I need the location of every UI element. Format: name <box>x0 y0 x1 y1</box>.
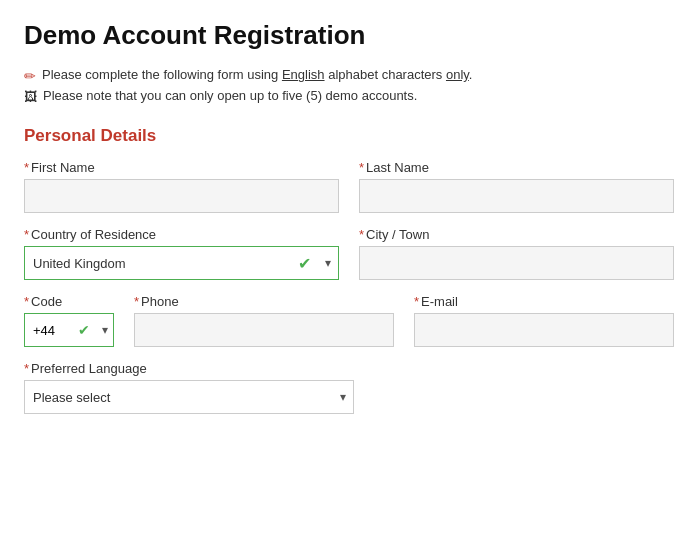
image-icon: 🖼 <box>24 89 37 104</box>
notice-only-word: only <box>446 67 469 82</box>
notices-block: ✏ Please complete the following form usi… <box>24 67 674 104</box>
first-name-input[interactable] <box>24 179 339 213</box>
group-phone: *Phone <box>134 294 394 347</box>
section-personal-details: Personal Details <box>24 126 674 146</box>
label-city: *City / Town <box>359 227 674 242</box>
label-first-name: *First Name <box>24 160 339 175</box>
row-language: *Preferred Language Please select Englis… <box>24 361 674 414</box>
city-input[interactable] <box>359 246 674 280</box>
notice-limit: 🖼 Please note that you can only open up … <box>24 88 674 104</box>
phone-input[interactable] <box>134 313 394 347</box>
label-email: *E-mail <box>414 294 674 309</box>
row-name: *First Name *Last Name <box>24 160 674 213</box>
code-select-wrapper: +44 +1 +49 +33 ✔ ▾ <box>24 313 114 347</box>
required-star-last-name: * <box>359 160 364 175</box>
required-star-email: * <box>414 294 419 309</box>
page-title: Demo Account Registration <box>24 20 674 51</box>
row-country-city: *Country of Residence United Kingdom Uni… <box>24 227 674 280</box>
group-code: *Code +44 +1 +49 +33 ✔ ▾ <box>24 294 114 347</box>
group-language: *Preferred Language Please select Englis… <box>24 361 354 414</box>
label-country: *Country of Residence <box>24 227 339 242</box>
required-star-country: * <box>24 227 29 242</box>
required-star-language: * <box>24 361 29 376</box>
label-code: *Code <box>24 294 114 309</box>
group-city: *City / Town <box>359 227 674 280</box>
country-select-wrapper: United Kingdom United States Germany Fra… <box>24 246 339 280</box>
group-email: *E-mail <box>414 294 674 347</box>
row-code-phone-email: *Code +44 +1 +49 +33 ✔ ▾ *Phone *E-mail <box>24 294 674 347</box>
email-input[interactable] <box>414 313 674 347</box>
language-select[interactable]: Please select English German French Span… <box>24 380 354 414</box>
notice-english-word: English <box>282 67 325 82</box>
group-last-name: *Last Name <box>359 160 674 213</box>
notice-english: ✏ Please complete the following form usi… <box>24 67 674 84</box>
pencil-icon: ✏ <box>24 68 36 84</box>
required-star-phone: * <box>134 294 139 309</box>
last-name-input[interactable] <box>359 179 674 213</box>
language-select-wrapper: Please select English German French Span… <box>24 380 354 414</box>
country-select[interactable]: United Kingdom United States Germany Fra… <box>24 246 339 280</box>
label-last-name: *Last Name <box>359 160 674 175</box>
code-select[interactable]: +44 +1 +49 +33 <box>24 313 114 347</box>
group-first-name: *First Name <box>24 160 339 213</box>
group-country: *Country of Residence United Kingdom Uni… <box>24 227 339 280</box>
required-star-city: * <box>359 227 364 242</box>
notice-limit-text: Please note that you can only open up to… <box>43 88 417 103</box>
notice-english-text: Please complete the following form using… <box>42 67 472 82</box>
label-phone: *Phone <box>134 294 394 309</box>
required-star-code: * <box>24 294 29 309</box>
label-language: *Preferred Language <box>24 361 354 376</box>
required-star-first-name: * <box>24 160 29 175</box>
